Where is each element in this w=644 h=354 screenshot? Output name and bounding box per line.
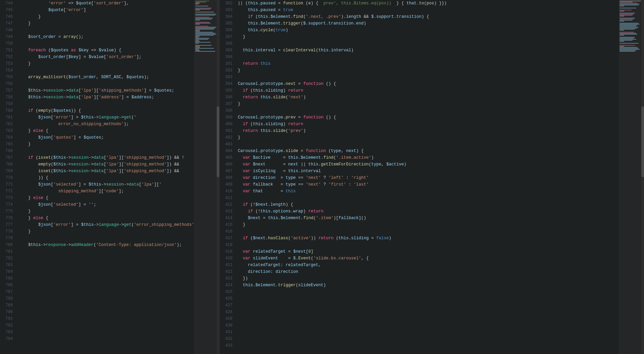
code-line: direction: direction bbox=[238, 268, 619, 275]
right-minimap bbox=[619, 0, 644, 354]
code-line: return this.slide('next') bbox=[238, 94, 619, 101]
code-line: if (empty($quotes)) { bbox=[18, 107, 194, 114]
code-line: shipping_method']['code']; bbox=[18, 188, 194, 195]
code-line: 'error' => $quote['sort_order'], bbox=[18, 0, 194, 7]
code-line: || (this.paused = function (e) { prev', … bbox=[238, 0, 619, 7]
right-minimap-content bbox=[619, 0, 644, 354]
code-line: } bbox=[238, 221, 619, 228]
code-line bbox=[238, 141, 619, 148]
minimap-scrollbar-thumb[interactable] bbox=[217, 106, 219, 177]
right-minimap-scrollbar-thumb[interactable] bbox=[641, 106, 644, 177]
code-line: isset($this->session->data['lpa']['shipp… bbox=[18, 168, 194, 174]
code-line: $json['error'] = $this->language->get(' bbox=[18, 114, 194, 121]
php-code-content: 'error' => $quote['sort_order'], $quote[… bbox=[17, 0, 194, 354]
code-line bbox=[18, 27, 194, 34]
code-line bbox=[18, 148, 194, 154]
code-line: var $active = this.$element.find('.item.… bbox=[238, 154, 619, 161]
code-line: } bbox=[18, 60, 194, 67]
code-line: if (this.$element.find('.next, .prev').l… bbox=[238, 13, 619, 20]
code-line bbox=[238, 242, 619, 248]
left-minimap bbox=[195, 0, 220, 354]
code-line: } else { bbox=[18, 195, 194, 201]
code-line: return this bbox=[238, 60, 619, 67]
code-line: array_multisort($sort_order, SORT_ASC, $… bbox=[18, 74, 194, 81]
code-line: empty($this->session->data['lpa']['shipp… bbox=[18, 161, 194, 168]
code-line: } bbox=[238, 134, 619, 141]
code-line: Carousel.prototype.slide = function (typ… bbox=[238, 148, 619, 154]
code-line: $json['selected'] = $this->session->data… bbox=[18, 181, 194, 188]
code-line: this.$element.trigger(slideEvent) bbox=[238, 282, 619, 289]
minimap-lines bbox=[195, 0, 219, 53]
code-line: $this->session->data['lpa']['shipping_me… bbox=[18, 87, 194, 94]
code-line: } bbox=[18, 13, 194, 20]
code-line bbox=[238, 107, 619, 114]
code-line: } else { bbox=[18, 128, 194, 134]
code-line: } bbox=[18, 208, 194, 215]
code-line bbox=[18, 40, 194, 47]
code-line: error_no_shipping_methods'); bbox=[18, 121, 194, 128]
code-line: foreach ($quotes as $key => $value) { bbox=[18, 47, 194, 54]
minimap-content bbox=[195, 0, 219, 354]
minimap-scrollbar[interactable] bbox=[217, 0, 219, 354]
code-line: this.interval = clearInterval(this.inter… bbox=[238, 47, 619, 54]
code-line: } bbox=[18, 20, 194, 27]
code-line: this.cycle(true) bbox=[238, 27, 619, 34]
code-line: $json['error'] = $this->language->get('e… bbox=[18, 221, 194, 228]
code-line: return this.slide('prev') bbox=[238, 128, 619, 134]
code-line: $this->response->addHeader('Content-Type… bbox=[18, 242, 194, 248]
code-line: $sort_order[$key] = $value['sort_order']… bbox=[18, 54, 194, 60]
code-line: var slideEvent = $.Event('slide.bs.carou… bbox=[238, 255, 619, 262]
php-line-numbers: 744 745 746 747 748 749 750 751 752 753 … bbox=[0, 0, 17, 354]
code-line bbox=[18, 81, 194, 87]
code-line: $sort_order = array(); bbox=[18, 34, 194, 40]
php-editor-panel: 744 745 746 747 748 749 750 751 752 753 … bbox=[0, 0, 195, 354]
code-line: } bbox=[18, 141, 194, 148]
code-line bbox=[238, 40, 619, 47]
code-line bbox=[238, 195, 619, 201]
code-line: var that = this bbox=[238, 188, 619, 195]
code-line: Carousel.prototype.prev = function () { bbox=[238, 114, 619, 121]
code-line: if (!$next.length) { bbox=[238, 201, 619, 208]
code-line: if ($next.hasClass('active')) return (th… bbox=[238, 235, 619, 242]
code-line: } bbox=[238, 34, 619, 40]
code-line: if (this.sliding) return bbox=[238, 121, 619, 128]
code-line: var fallback = type == 'next' ? 'first' … bbox=[238, 181, 619, 188]
js-line-numbers: 382 383 384 385 386 387 388 389 390 391 … bbox=[220, 0, 236, 354]
js-editor-panel: 382 383 384 385 386 387 388 389 390 391 … bbox=[220, 0, 619, 354]
code-line: } bbox=[238, 67, 619, 74]
code-line: Carousel.prototype.next = function () { bbox=[238, 81, 619, 87]
code-line bbox=[238, 74, 619, 81]
code-line: }) bbox=[238, 275, 619, 282]
code-line: var relatedTarget = $next[0] bbox=[238, 248, 619, 255]
code-line bbox=[18, 101, 194, 107]
code-line: } else { bbox=[18, 215, 194, 221]
js-code-content: || (this.paused = function (e) { prev', … bbox=[236, 0, 619, 354]
code-line: } bbox=[238, 101, 619, 107]
code-line: $quote['error'] bbox=[18, 7, 194, 13]
code-line: var $next = next || this.getItemForDirec… bbox=[238, 161, 619, 168]
code-line: if (!this.options.wrap) return bbox=[238, 208, 619, 215]
code-line: relatedTarget: relatedTarget, bbox=[238, 262, 619, 268]
code-line bbox=[238, 54, 619, 60]
right-minimap-scrollbar[interactable] bbox=[641, 0, 644, 354]
code-line: $json['quotes'] = $quotes; bbox=[18, 134, 194, 141]
code-line: $next = this.$element.find('.item')[fall… bbox=[238, 215, 619, 221]
code-line: var isCycling = this.interval bbox=[238, 168, 619, 174]
code-line: $json['selected'] = ''; bbox=[18, 201, 194, 208]
code-line bbox=[238, 228, 619, 235]
code-line: } bbox=[18, 228, 194, 235]
code-line: if (this.sliding) return bbox=[238, 87, 619, 94]
code-line bbox=[18, 67, 194, 74]
code-line: this.paused = true bbox=[238, 7, 619, 13]
code-line: this.$element.trigger($.support.transiti… bbox=[238, 20, 619, 27]
code-line: )) { bbox=[18, 174, 194, 181]
code-line: $this->session->data['lpa']['address'] =… bbox=[18, 94, 194, 101]
code-line: if (isset($this->session->data['lpa']['s… bbox=[18, 154, 194, 161]
code-line bbox=[18, 235, 194, 242]
right-minimap-lines bbox=[619, 0, 644, 53]
code-line: var direction = type == 'next' ? 'left' … bbox=[238, 174, 619, 181]
